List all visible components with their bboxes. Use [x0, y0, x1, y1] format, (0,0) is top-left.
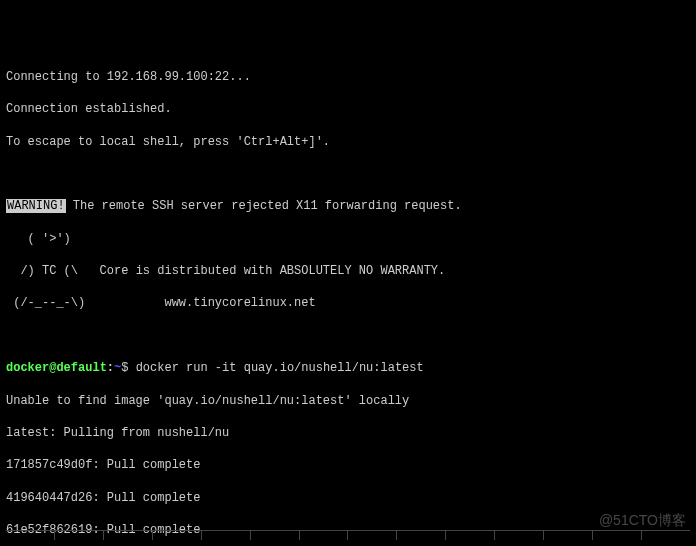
warning-line: WARNING! The remote SSH server rejected … — [6, 198, 690, 214]
conn-line-3: To escape to local shell, press 'Ctrl+Al… — [6, 134, 690, 150]
prompt-colon: : — [107, 361, 114, 375]
tc-art-2: /) TC (\ Core is distributed with ABSOLU… — [6, 263, 690, 279]
shell-prompt-line[interactable]: docker@default:~$ docker run -it quay.io… — [6, 360, 690, 376]
blank — [6, 166, 690, 182]
pull-line: 171857c49d0f: Pull complete — [6, 457, 690, 473]
warning-badge: WARNING! — [6, 199, 66, 213]
conn-line-1: Connecting to 192.168.99.100:22... — [6, 69, 690, 85]
blank — [6, 328, 690, 344]
conn-line-2: Connection established. — [6, 101, 690, 117]
docker-command: docker run -it quay.io/nushell/nu:latest — [136, 361, 424, 375]
pull-line: Unable to find image 'quay.io/nushell/nu… — [6, 393, 690, 409]
pull-line: 419640447d26: Pull complete — [6, 490, 690, 506]
tc-art-1: ( '>') — [6, 231, 690, 247]
prompt-user: docker — [6, 361, 49, 375]
tc-art-3: (/-_--_-\) www.tinycorelinux.net — [6, 295, 690, 311]
warning-text: The remote SSH server rejected X11 forwa… — [66, 199, 462, 213]
prompt-host: default — [56, 361, 106, 375]
table-border-row — [6, 530, 690, 540]
pull-line: latest: Pulling from nushell/nu — [6, 425, 690, 441]
prompt-dollar: $ — [121, 361, 135, 375]
